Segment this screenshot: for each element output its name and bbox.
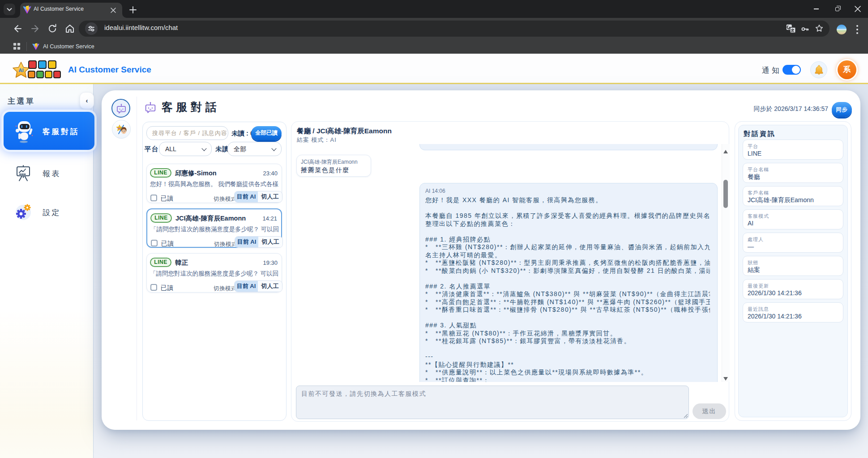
svg-text:AI: AI xyxy=(19,68,24,73)
svg-text:AI: AI xyxy=(118,127,120,130)
